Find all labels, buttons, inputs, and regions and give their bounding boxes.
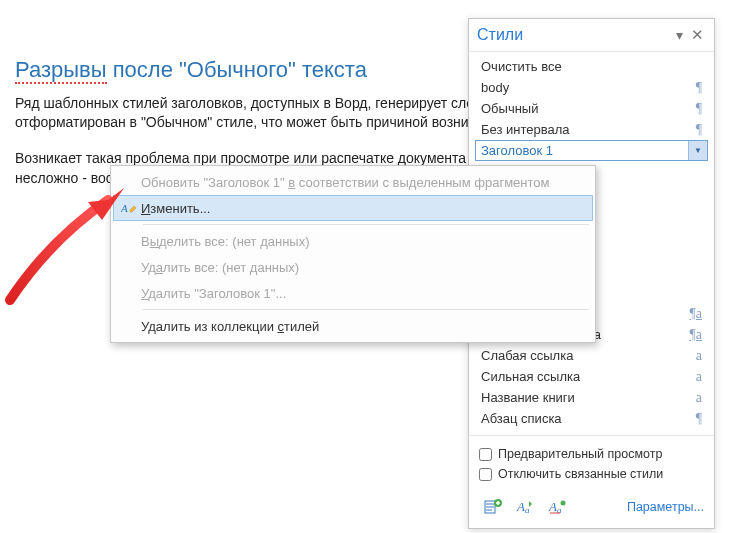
new-style-button[interactable]: [479, 494, 507, 520]
style-item-no-spacing[interactable]: Без интервала ¶: [475, 119, 708, 140]
pane-divider: [469, 435, 714, 436]
ctx-remove-from-gallery[interactable]: Удалить из коллекции стилей: [113, 313, 593, 339]
style-item-body[interactable]: body ¶: [475, 77, 708, 98]
ctx-delete-style: Удалить "Заголовок 1"...: [113, 280, 593, 306]
checkbox-preview-input[interactable]: [479, 448, 492, 461]
pane-close-button[interactable]: ✕: [688, 26, 706, 44]
svg-point-6: [561, 501, 566, 506]
svg-text:A: A: [548, 499, 557, 514]
ctx-modify[interactable]: A Изменить...: [113, 195, 593, 221]
ctx-separator: [143, 309, 589, 310]
style-item-book-title[interactable]: Название книги a: [475, 387, 708, 408]
style-item-heading1-selected[interactable]: Заголовок 1 ¶a ▼: [475, 140, 708, 161]
checkbox-disable-linked-input[interactable]: [479, 468, 492, 481]
manage-styles-icon: A a: [547, 498, 567, 516]
style-item-dropdown-arrow[interactable]: ▼: [688, 141, 707, 160]
styles-pane-title: Стили: [477, 26, 523, 44]
styles-pane-header: Стили ▾ ✕: [469, 19, 714, 52]
ctx-select-all: Выделить все: (нет данных): [113, 228, 593, 254]
style-context-menu: Обновить "Заголовок 1" в соответствии с …: [110, 165, 596, 343]
style-inspector-button[interactable]: A a: [511, 494, 539, 520]
heading-text-squiggle: Разрывы: [15, 57, 107, 84]
style-item-intense-ref[interactable]: Сильная ссылка a: [475, 366, 708, 387]
svg-text:A: A: [516, 499, 525, 514]
style-item-clear-all[interactable]: Очистить все: [475, 56, 708, 77]
style-item-list-paragraph[interactable]: Абзац списка ¶: [475, 408, 708, 429]
svg-text:A: A: [121, 202, 128, 214]
parameters-link[interactable]: Параметры...: [627, 500, 704, 514]
checkbox-preview[interactable]: Предварительный просмотр: [479, 444, 704, 464]
style-item-subtle-ref[interactable]: Слабая ссылка a: [475, 345, 708, 366]
pane-options-dropdown[interactable]: ▾: [670, 27, 688, 43]
new-style-icon: [483, 498, 503, 516]
ctx-separator: [143, 224, 589, 225]
style-inspector-icon: A a: [515, 498, 535, 516]
ctx-delete-all: Удалить все: (нет данных): [113, 254, 593, 280]
heading-text: после "Обычного" текста: [107, 57, 367, 82]
pane-footer: A a A a Параметры...: [469, 490, 714, 528]
checkbox-disable-linked[interactable]: Отключить связанные стили: [479, 464, 704, 484]
modify-icon: A: [117, 200, 141, 216]
style-item-normal[interactable]: Обычный ¶: [475, 98, 708, 119]
pane-checkboxes: Предварительный просмотр Отключить связа…: [469, 442, 714, 490]
manage-styles-button[interactable]: A a: [543, 494, 571, 520]
ctx-update-to-match: Обновить "Заголовок 1" в соответствии с …: [113, 169, 593, 195]
